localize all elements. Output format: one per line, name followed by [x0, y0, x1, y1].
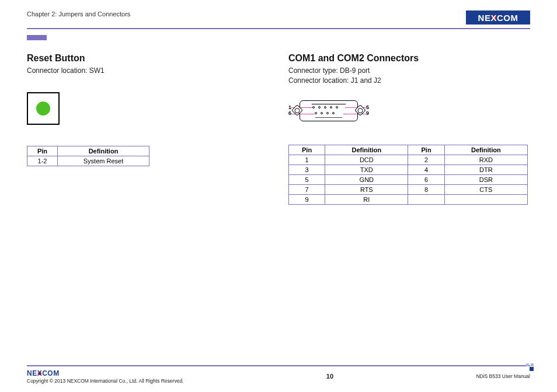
- header-rule: [27, 28, 530, 29]
- right-column: COM1 and COM2 Connectors Connector type:…: [286, 53, 530, 205]
- table-row: 9RI: [289, 194, 528, 204]
- reset-button-heading: Reset Button: [27, 53, 269, 64]
- reset-button-location: Connector location: SW1: [27, 66, 269, 76]
- db9-connector-icon: [294, 98, 364, 124]
- table-header-row: Pin Definition Pin Definition: [289, 145, 528, 155]
- page-header: Chapter 2: Jumpers and Connectors NEXCOM: [27, 10, 530, 24]
- reset-button-dot-icon: [36, 102, 50, 116]
- table-row: 1-2 System Reset: [27, 156, 149, 166]
- db9-right-labels: 5 9: [366, 105, 369, 117]
- th-def: Definition: [58, 146, 149, 156]
- db9-diagram: 1 6 5 9: [288, 98, 530, 124]
- com-type: Connector type: DB-9 port: [288, 66, 530, 76]
- com-pin-table: Pin Definition Pin Definition 1DCD2RXD 3…: [288, 145, 528, 205]
- reset-pin-table: Pin Definition 1-2 System Reset: [27, 146, 149, 166]
- footer-rule: [27, 365, 530, 366]
- com-heading: COM1 and COM2 Connectors: [288, 53, 530, 64]
- section-tab-mark: [27, 35, 47, 40]
- footer-logo: NEXCOM: [27, 369, 65, 377]
- th-pin: Pin: [27, 146, 58, 156]
- left-column: Reset Button Connector location: SW1 Pin…: [27, 53, 286, 205]
- page-number: 10: [326, 373, 333, 380]
- chapter-title: Chapter 2: Jumpers and Connectors: [27, 10, 130, 18]
- table-row: 1DCD2RXD: [289, 155, 528, 164]
- table-row: 3TXD4DTR: [289, 164, 528, 174]
- table-header-row: Pin Definition: [27, 146, 149, 156]
- table-row: 5GND6DSR: [289, 174, 528, 184]
- footer-corner-icon: [525, 363, 534, 371]
- com-location: Connector location: J1 and J2: [288, 76, 530, 86]
- content-columns: Reset Button Connector location: SW1 Pin…: [27, 53, 530, 205]
- manual-name: NDiS B533 User Manual: [476, 373, 530, 379]
- reset-button-diagram: [27, 92, 60, 125]
- brand-logo: NEXCOM: [466, 10, 530, 24]
- page-footer: NEXCOM Copyright © 2013 NEXCOM Internati…: [27, 365, 530, 384]
- copyright-text: Copyright © 2013 NEXCOM International Co…: [27, 378, 183, 384]
- table-row: 7RTS8CTS: [289, 184, 528, 194]
